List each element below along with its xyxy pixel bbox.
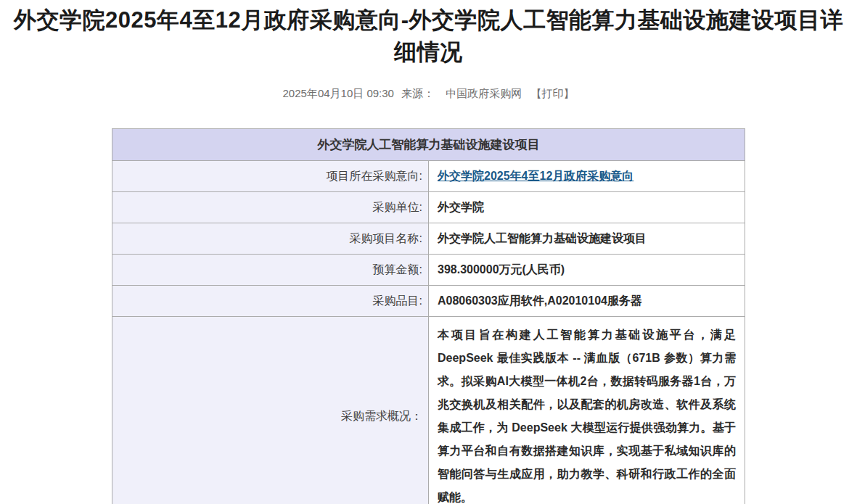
table-row-procurement-items: 采购品目:A08060303应用软件,A02010104服务器	[112, 286, 745, 317]
detail-table: 外交学院人工智能算力基础设施建设项目 项目所在采购意向:外交学院2025年4至1…	[112, 128, 745, 504]
row-label-procurement-intention: 项目所在采购意向:	[112, 161, 429, 192]
detail-table-body: 项目所在采购意向:外交学院2025年4至12月政府采购意向采购单位:外交学院采购…	[112, 161, 745, 504]
print-button[interactable]: 【打印】	[530, 87, 574, 99]
meta-line: 2025年04月10日 09:30 来源： 中国政府采购网 【打印】	[0, 87, 857, 101]
table-row-purchasing-unit: 采购单位:外交学院	[112, 192, 745, 223]
publish-datetime: 2025年04月10日 09:30	[283, 87, 394, 99]
source-name: 中国政府采购网	[446, 87, 522, 99]
row-label-procurement-items: 采购品目:	[112, 286, 429, 317]
row-value-budget-amount: 398.300000万元(人民币)	[429, 255, 745, 286]
row-label-budget-amount: 预算金额:	[112, 255, 429, 286]
table-header-title: 外交学院人工智能算力基础设施建设项目	[112, 129, 745, 161]
row-value-procurement-intention: 外交学院2025年4至12月政府采购意向	[429, 161, 745, 192]
table-row-procurement-intention: 项目所在采购意向:外交学院2025年4至12月政府采购意向	[112, 161, 745, 192]
row-value-purchasing-unit: 外交学院	[429, 192, 745, 223]
page-title: 外交学院2025年4至12月政府采购意向-外交学院人工智能算力基础设施建设项目详…	[4, 4, 854, 68]
detail-table-head: 外交学院人工智能算力基础设施建设项目	[112, 129, 745, 161]
table-row-project-name: 采购项目名称:外交学院人工智能算力基础设施建设项目	[112, 223, 745, 255]
procurement-intention-link[interactable]: 外交学院2025年4至12月政府采购意向	[438, 170, 633, 182]
table-row-requirement-summary: 采购需求概况：本项目旨在构建人工智能算力基础设施平台，满足 DeepSeek 最…	[112, 317, 745, 504]
page: 外交学院2025年4至12月政府采购意向-外交学院人工智能算力基础设施建设项目详…	[0, 4, 857, 504]
row-label-requirement-summary: 采购需求概况：	[112, 317, 429, 504]
row-label-purchasing-unit: 采购单位:	[112, 192, 429, 223]
row-label-project-name: 采购项目名称:	[112, 223, 429, 255]
row-value-project-name: 外交学院人工智能算力基础设施建设项目	[429, 223, 745, 255]
source-label: 来源：	[401, 87, 434, 99]
table-row-budget-amount: 预算金额:398.300000万元(人民币)	[112, 255, 745, 286]
row-value-requirement-summary: 本项目旨在构建人工智能算力基础设施平台，满足 DeepSeek 最佳实践版本 -…	[429, 317, 745, 504]
table-header-row: 外交学院人工智能算力基础设施建设项目	[112, 129, 745, 161]
row-value-procurement-items: A08060303应用软件,A02010104服务器	[429, 286, 745, 317]
